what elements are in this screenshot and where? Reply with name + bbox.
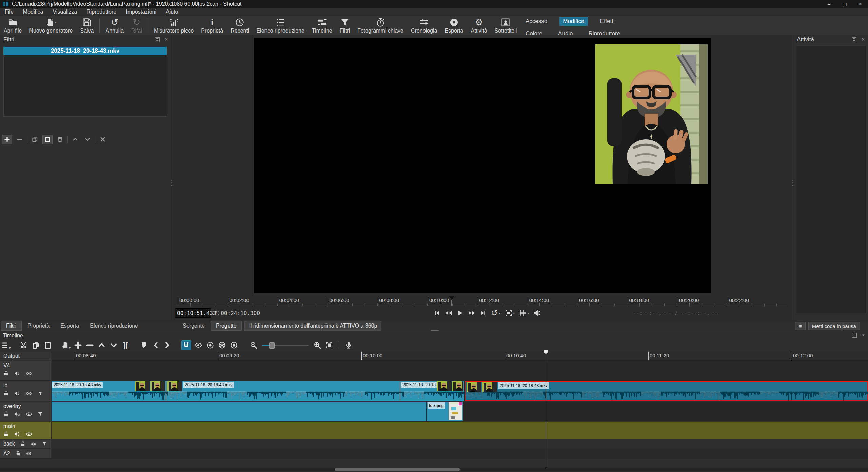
funnel-icon[interactable]: [38, 391, 43, 396]
track-header-io[interactable]: io: [0, 381, 51, 401]
next-marker-button[interactable]: [163, 341, 172, 350]
float-panel-icon[interactable]: [852, 333, 857, 338]
track-header-V4[interactable]: V4: [0, 361, 51, 381]
filter-list[interactable]: [3, 55, 167, 117]
save-button[interactable]: Salva: [76, 16, 97, 35]
speaker-icon[interactable]: [31, 441, 37, 447]
marker-button[interactable]: [139, 341, 148, 350]
deselect-filter-button[interactable]: [98, 135, 107, 144]
rewind-button[interactable]: [445, 310, 452, 316]
eye-icon[interactable]: [26, 371, 32, 376]
track-lane-back[interactable]: [52, 440, 868, 448]
tab-proprieta[interactable]: Proprietà: [22, 321, 55, 330]
layout-effetti[interactable]: Effetti: [597, 17, 618, 26]
eye-icon[interactable]: [26, 432, 32, 437]
lock-open-icon[interactable]: [20, 441, 25, 447]
overwrite-button[interactable]: [74, 341, 82, 350]
append-button[interactable]: ▾: [62, 341, 71, 350]
skip-start-button[interactable]: [434, 310, 440, 316]
track-lane-overlay[interactable]: trax.png: [52, 402, 868, 421]
filters-button[interactable]: Filtri: [336, 16, 354, 35]
tab-esporta[interactable]: Esporta: [55, 321, 84, 330]
loop-button[interactable]: ↺▾: [491, 308, 500, 318]
fast-forward-button[interactable]: [468, 310, 475, 316]
player-playhead-marker[interactable]: [449, 296, 454, 300]
timeline-clip[interactable]: trax.png: [427, 402, 463, 421]
split-button[interactable]: ][: [121, 341, 130, 350]
float-panel-icon[interactable]: [852, 37, 856, 42]
close-panel-icon[interactable]: ✕: [861, 38, 865, 42]
history-button[interactable]: Cronologia: [407, 16, 441, 35]
track-header-overlay[interactable]: overlay: [0, 402, 51, 421]
undo-button[interactable]: ↺ Annulla: [102, 16, 127, 35]
menu-modifica[interactable]: Modifica: [18, 9, 48, 15]
timeline-menu-button[interactable]: ▾: [2, 341, 11, 350]
track-lane-io[interactable]: 2025-11-18_20-18-43.mkv 2025-11-18_20-18…: [52, 381, 868, 401]
add-filter-button[interactable]: [2, 135, 12, 144]
menu-file[interactable]: File: [0, 9, 18, 15]
funnel-icon[interactable]: [42, 441, 47, 446]
remove-filter-button[interactable]: [15, 135, 24, 144]
recent-button[interactable]: Recenti: [227, 16, 253, 35]
timeline-ruler[interactable]: 00:08:4000:09:2000:10:0000:10:4000:11:20…: [52, 352, 868, 361]
zoom-fit-button[interactable]: ▾: [505, 310, 515, 316]
grid-button[interactable]: ▾: [519, 310, 529, 316]
float-panel-icon[interactable]: [155, 37, 160, 42]
track-header-back[interactable]: back: [0, 440, 51, 448]
lift-button[interactable]: [97, 341, 106, 350]
player-time-ruler[interactable]: 00:00:0000:02:0000:04:0000:06:0000:08:00…: [174, 296, 788, 306]
zoom-out-button[interactable]: [249, 341, 258, 350]
eye-icon[interactable]: [26, 391, 32, 396]
timecode-spinbox[interactable]: 00:10:51.433 ▲▼: [175, 308, 211, 318]
lock-open-icon[interactable]: [3, 411, 9, 417]
keyframes-button[interactable]: Fotogrammi chiave: [354, 16, 407, 35]
open-file-button[interactable]: Apri file: [0, 16, 25, 35]
track-lane-V4[interactable]: [52, 361, 868, 381]
play-button[interactable]: [457, 310, 463, 316]
speaker-icon[interactable]: [26, 451, 32, 456]
current-position[interactable]: 00:10:51.433: [175, 310, 216, 316]
volume-button[interactable]: [534, 310, 541, 316]
lock-open-icon[interactable]: [3, 371, 9, 376]
overwrite-down-button[interactable]: [109, 341, 118, 350]
close-panel-icon[interactable]: ✕: [862, 333, 865, 337]
zoom-slider-knob[interactable]: [269, 342, 275, 349]
lock-open-icon[interactable]: [3, 431, 9, 437]
splitter-handle[interactable]: [792, 180, 793, 189]
tab-progetto[interactable]: Progetto: [211, 321, 242, 331]
track-lane-A2[interactable]: [52, 449, 868, 459]
close-button[interactable]: ✕: [852, 0, 868, 8]
tab-elenco-riproduzione[interactable]: Elenco riproduzione: [85, 321, 143, 330]
ripple-markers-toggle[interactable]: [230, 341, 238, 350]
copy-filters-button[interactable]: [30, 135, 40, 144]
snap-toggle[interactable]: [181, 340, 191, 350]
track-lane-main[interactable]: [52, 422, 868, 439]
menu-riproduttore[interactable]: Riproduttore: [82, 9, 121, 15]
minimize-button[interactable]: –: [821, 0, 837, 8]
menu-visualizza[interactable]: Visualizza: [48, 9, 82, 15]
jobs-list[interactable]: [796, 45, 866, 314]
jobs-menu-button[interactable]: ≡: [795, 322, 806, 330]
tab-sorgente[interactable]: Sorgente: [178, 321, 210, 330]
record-audio-button[interactable]: [344, 341, 353, 350]
splitter-handle[interactable]: [431, 330, 439, 331]
eye-icon[interactable]: [26, 412, 32, 417]
menu-aiuto[interactable]: Aiuto: [161, 9, 183, 15]
prev-marker-button[interactable]: [151, 341, 160, 350]
output-track-header[interactable]: Output: [0, 352, 51, 360]
new-generator-button[interactable]: ▾ Nuovo generatore: [25, 16, 76, 35]
funnel-icon[interactable]: [38, 412, 43, 417]
jobs-button[interactable]: ⚙ Attività: [467, 16, 491, 35]
zoom-in-button[interactable]: [313, 341, 322, 350]
copy-button[interactable]: [32, 341, 40, 350]
tab-filtri[interactable]: Filtri: [1, 321, 22, 331]
move-filter-down-button[interactable]: [83, 135, 92, 144]
timeline-clip[interactable]: [52, 402, 426, 421]
scrub-while-dragging-toggle[interactable]: [194, 341, 203, 350]
speaker-icon[interactable]: [14, 391, 20, 396]
speaker-icon[interactable]: [14, 431, 20, 437]
lock-open-icon[interactable]: [16, 451, 21, 456]
layout-accesso[interactable]: Accesso: [522, 17, 551, 26]
ripple-toggle[interactable]: [206, 341, 215, 350]
speaker-muted-icon[interactable]: [14, 411, 20, 417]
